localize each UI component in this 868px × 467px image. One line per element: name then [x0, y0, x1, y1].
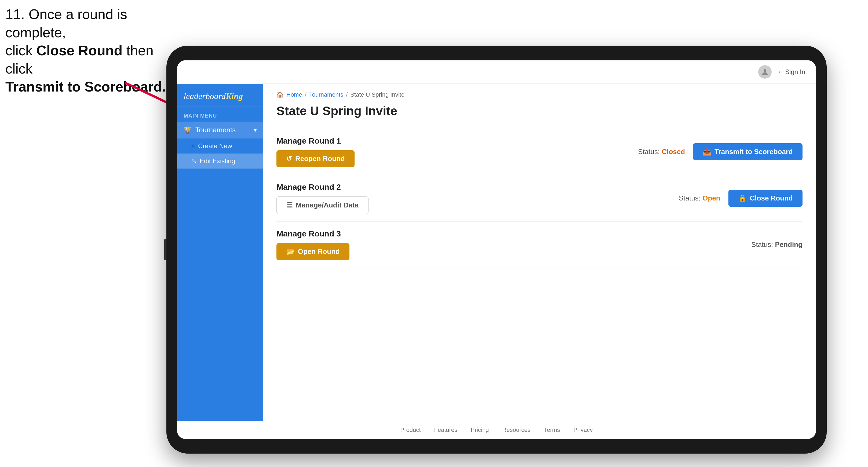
refresh-icon: ↺ [286, 155, 292, 163]
edit-icon: ✎ [191, 157, 196, 165]
round-3-row: Manage Round 3 📂 Open Round Status: Pend… [276, 222, 803, 268]
sign-in-area: → Sign In [758, 65, 805, 79]
breadcrumb-sep2: / [346, 91, 348, 98]
open-round-button[interactable]: 📂 Open Round [276, 243, 349, 260]
create-new-label: Create New [198, 142, 232, 150]
manage-audit-data-button[interactable]: ☰ Manage/Audit Data [276, 196, 369, 214]
footer-privacy[interactable]: Privacy [573, 427, 593, 433]
round-3-status: Status: Pending [751, 241, 803, 249]
tablet-frame: → Sign In leaderboardKing MAIN MENU 🏆 [166, 45, 827, 454]
round-1-left: Manage Round 1 ↺ Reopen Round [276, 136, 354, 167]
main-content: 🏠 Home / Tournaments / State U Spring In… [263, 84, 816, 421]
lock-icon: 🔒 [738, 194, 747, 203]
svg-point-4 [764, 69, 766, 72]
breadcrumb-tournaments[interactable]: Tournaments [309, 91, 343, 98]
round-1-title: Manage Round 1 [276, 136, 354, 146]
round-2-title: Manage Round 2 [276, 183, 369, 192]
logo: leaderboardKing [184, 91, 256, 101]
round-2-left: Manage Round 2 ☰ Manage/Audit Data [276, 183, 369, 214]
logo-area: leaderboardKing [177, 84, 263, 107]
tablet-screen: → Sign In leaderboardKing MAIN MENU 🏆 [177, 60, 816, 439]
breadcrumb-current: State U Spring Invite [350, 91, 404, 98]
round-3-right: Status: Pending [751, 241, 803, 249]
footer-product[interactable]: Product [400, 427, 421, 433]
round-1-right: Status: Closed 📤 Transmit to Scoreboard [638, 143, 803, 160]
logo-king-text: King [226, 91, 243, 101]
round-1-row: Manage Round 1 ↺ Reopen Round Status: Cl… [276, 129, 803, 175]
breadcrumb: 🏠 Home / Tournaments / State U Spring In… [276, 91, 803, 98]
round-1-status: Status: Closed [638, 148, 685, 156]
round-3-title: Manage Round 3 [276, 229, 349, 238]
folder-open-icon: 📂 [286, 247, 295, 256]
user-avatar-icon [758, 65, 772, 79]
breadcrumb-sep1: / [305, 91, 307, 98]
footer-pricing[interactable]: Pricing [471, 427, 489, 433]
instruction-text: 11. Once a round is complete, click Clos… [5, 5, 166, 96]
sidebar-item-tournaments[interactable]: 🏆 Tournaments ▾ [177, 122, 263, 138]
transmit-to-scoreboard-button[interactable]: 📤 Transmit to Scoreboard [693, 143, 803, 160]
chevron-down-icon: ▾ [254, 127, 256, 133]
page-title: State U Spring Invite [276, 103, 803, 118]
footer-terms[interactable]: Terms [544, 427, 560, 433]
main-menu-label: MAIN MENU [177, 107, 263, 122]
sign-in-arrow-icon: → [775, 68, 781, 75]
sidebar: leaderboardKing MAIN MENU 🏆 Tournaments … [177, 84, 263, 421]
round-2-row: Manage Round 2 ☰ Manage/Audit Data Statu… [276, 175, 803, 222]
file-icon: ☰ [286, 201, 292, 209]
sign-in-label[interactable]: Sign In [785, 68, 805, 76]
edit-existing-label: Edit Existing [200, 157, 235, 165]
round-2-status: Status: Open [679, 194, 720, 203]
top-bar: → Sign In [177, 60, 816, 84]
footer-resources[interactable]: Resources [502, 427, 530, 433]
round-2-right: Status: Open 🔒 Close Round [679, 190, 803, 207]
plus-icon: + [191, 142, 195, 150]
tablet-side-button [164, 239, 166, 260]
breadcrumb-home[interactable]: Home [286, 91, 302, 98]
trophy-icon: 🏆 [184, 126, 192, 134]
round-3-status-value: Pending [775, 241, 803, 249]
tournaments-label: Tournaments [195, 126, 236, 134]
logo-leaderboard-text: leaderboard [184, 91, 226, 101]
footer: Product Features Pricing Resources Terms… [177, 421, 816, 439]
send-icon: 📤 [703, 148, 711, 156]
sidebar-sub-item-create-new[interactable]: + Create New [177, 138, 263, 154]
app-layout: leaderboardKing MAIN MENU 🏆 Tournaments … [177, 84, 816, 421]
close-round-button[interactable]: 🔒 Close Round [728, 190, 803, 207]
round-1-status-value: Closed [661, 148, 685, 156]
round-3-left: Manage Round 3 📂 Open Round [276, 229, 349, 260]
reopen-round-button[interactable]: ↺ Reopen Round [276, 150, 354, 167]
footer-features[interactable]: Features [434, 427, 457, 433]
breadcrumb-home-icon: 🏠 [276, 91, 284, 98]
sidebar-sub-item-edit-existing[interactable]: ✎ Edit Existing [177, 154, 263, 168]
round-2-status-value: Open [703, 194, 720, 202]
